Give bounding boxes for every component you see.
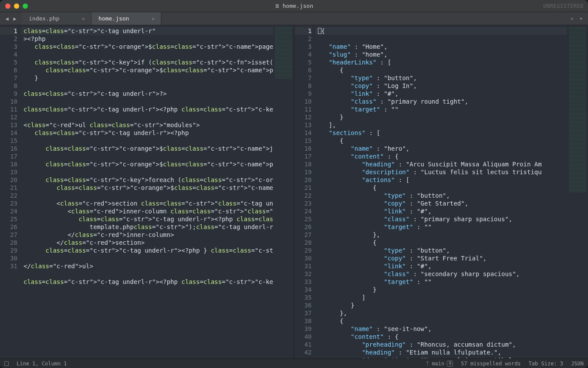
editor-pane-right[interactable]: 1234567891011121314151617181920212223242… [294, 25, 588, 358]
maximize-window-icon[interactable] [23, 3, 28, 9]
minimap-right[interactable] [567, 25, 588, 358]
close-tab-icon[interactable]: ✕ [152, 16, 155, 22]
unregistered-label: UNREGISTERED [543, 3, 584, 9]
status-indicator-icon[interactable] [4, 361, 9, 366]
branch-count: 9 [447, 361, 453, 367]
tab-label: home.json [98, 15, 129, 22]
minimize-window-icon[interactable] [14, 3, 19, 9]
window-title: 🗎 home.json [0, 3, 588, 9]
editor-pane-left[interactable]: 1234567891011121314151617181920212223242… [0, 25, 294, 358]
gutter-right: 1234567891011121314151617181920212223242… [294, 25, 315, 358]
branch-icon: ᛘ [426, 361, 429, 367]
titlebar: 🗎 home.json UNREGISTERED [0, 0, 588, 12]
status-bar: Line 1, Column 1 ᛘ main 9 57 misspelled … [0, 358, 588, 368]
editor-panes: 1234567891011121314151617181920212223242… [0, 25, 588, 358]
close-window-icon[interactable] [5, 3, 10, 9]
window-title-text: home.json [283, 3, 313, 9]
nav-forward-icon[interactable]: ▶ [11, 16, 18, 22]
git-branch[interactable]: ᛘ main 9 [426, 361, 453, 367]
tab-index-php[interactable]: index.php ✕ [22, 12, 91, 25]
spell-check[interactable]: 57 misspelled words [461, 361, 520, 367]
tab-size[interactable]: Tab Size: 3 [529, 361, 563, 367]
tab-bar: ◀ ▶ index.php ✕ home.json ✕ ＋ ▾ [0, 12, 588, 25]
close-tab-icon[interactable]: ✕ [82, 16, 85, 22]
tab-menu-icon[interactable]: ▾ [579, 15, 583, 22]
code-left[interactable]: class=class="c-str">"c-tag underl-r"><?p… [21, 25, 273, 358]
new-tab-icon[interactable]: ＋ [569, 15, 575, 23]
tab-home-json[interactable]: home.json ✕ [91, 12, 161, 25]
branch-name: main [432, 361, 444, 367]
minimap-left[interactable] [273, 25, 294, 358]
tab-label: index.php [29, 15, 59, 22]
code-right[interactable]: { "name" : "Home", "slug" : "home", "hea… [315, 25, 568, 358]
gutter-left: 1234567891011121314151617181920212223242… [0, 25, 21, 358]
nav-back-icon[interactable]: ◀ [3, 16, 10, 22]
syntax-mode[interactable]: JSON [571, 361, 584, 367]
window-controls [0, 3, 28, 9]
file-icon: 🗎 [275, 3, 280, 9]
cursor-position[interactable]: Line 1, Column 1 [17, 361, 67, 367]
